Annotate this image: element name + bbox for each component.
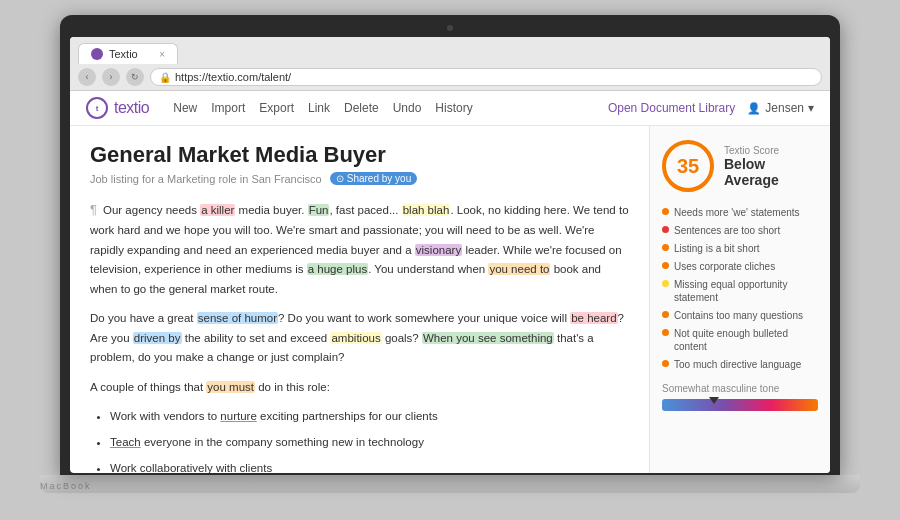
score-item-text-3: Listing is a bit short bbox=[674, 242, 760, 255]
app-header: t textio New Import Export Link Delete U… bbox=[70, 91, 830, 126]
bullet-item-2: Teach everyone in the company something … bbox=[110, 433, 629, 453]
highlight-fun: Fun bbox=[308, 204, 330, 216]
paragraph-3: A couple of things that you must do in t… bbox=[90, 378, 629, 398]
score-item-text-8: Too much directive language bbox=[674, 358, 801, 371]
highlight-killer: a killer bbox=[200, 204, 235, 216]
open-doc-library-button[interactable]: Open Document Library bbox=[608, 101, 735, 115]
user-name: Jensen bbox=[765, 101, 804, 115]
camera bbox=[447, 25, 453, 31]
tone-marker bbox=[709, 397, 719, 404]
tab-close-btn[interactable]: × bbox=[159, 49, 165, 60]
highlight-teach: Teach bbox=[110, 436, 141, 448]
nav-delete[interactable]: Delete bbox=[344, 101, 379, 115]
score-item-text-1: Needs more 'we' statements bbox=[674, 206, 800, 219]
nav-import[interactable]: Import bbox=[211, 101, 245, 115]
score-item-7: Not quite enough bulleted content bbox=[662, 327, 818, 353]
highlight-sense-of-humor: sense of humor bbox=[197, 312, 278, 324]
forward-button[interactable]: › bbox=[102, 68, 120, 86]
highlight-be-heard: be heard bbox=[570, 312, 617, 324]
score-item-8: Too much directive language bbox=[662, 358, 818, 371]
tone-bar bbox=[662, 399, 818, 411]
doc-title: General Market Media Buyer bbox=[90, 142, 629, 168]
score-item-text-2: Sentences are too short bbox=[674, 224, 780, 237]
score-item-5: Missing equal opportunity statement bbox=[662, 278, 818, 304]
score-item-3: Listing is a bit short bbox=[662, 242, 818, 255]
header-right: Open Document Library 👤 Jensen ▾ bbox=[608, 101, 814, 115]
highlight-visionary: visionary bbox=[415, 244, 462, 256]
lock-icon: 🔒 bbox=[159, 72, 171, 83]
app-body: General Market Media Buyer Job listing f… bbox=[70, 126, 830, 473]
highlight-you-need-to: you need to bbox=[488, 263, 550, 275]
para-mark-1: ¶ bbox=[90, 202, 97, 217]
shared-label: Shared by you bbox=[347, 173, 412, 184]
tone-section: Somewhat masculine tone bbox=[662, 383, 818, 411]
editor-content[interactable]: ¶Our agency needs a killer media buyer. … bbox=[90, 199, 629, 473]
user-menu[interactable]: 👤 Jensen ▾ bbox=[747, 101, 814, 115]
laptop-brand-label: MacBook bbox=[40, 481, 92, 491]
tab-title: Textio bbox=[109, 48, 138, 60]
paragraph-2: Do you have a great sense of humor? Do y… bbox=[90, 309, 629, 368]
score-item-6: Contains too many questions bbox=[662, 309, 818, 322]
highlight-driven-by: driven by bbox=[133, 332, 182, 344]
tone-label: Somewhat masculine tone bbox=[662, 383, 818, 394]
dot-icon-7 bbox=[662, 329, 669, 336]
nav-link[interactable]: Link bbox=[308, 101, 330, 115]
score-circle-container: 35 Textio Score Below Average bbox=[662, 140, 818, 192]
score-circle: 35 bbox=[662, 140, 714, 192]
screen-bezel: Textio × ‹ › ↻ 🔒 https://textio.com/tale… bbox=[60, 15, 840, 475]
bullet-list: Work with vendors to nurture exciting pa… bbox=[110, 407, 629, 473]
address-bar[interactable]: 🔒 https://textio.com/talent/ bbox=[150, 68, 822, 86]
dot-icon-5 bbox=[662, 280, 669, 287]
score-items-list: Needs more 'we' statements Sentences are… bbox=[662, 206, 818, 371]
bullet-item-3: Work collaboratively with clients bbox=[110, 459, 629, 473]
score-panel: 35 Textio Score Below Average Needs more… bbox=[650, 126, 830, 473]
dot-icon-2 bbox=[662, 226, 669, 233]
dot-icon-1 bbox=[662, 208, 669, 215]
shared-toggle-icon: ⊙ bbox=[336, 173, 344, 184]
highlight-you-must: you must bbox=[206, 381, 255, 393]
back-button[interactable]: ‹ bbox=[78, 68, 96, 86]
dot-icon-8 bbox=[662, 360, 669, 367]
logo-wordmark: textio bbox=[114, 99, 149, 117]
laptop-base: MacBook bbox=[40, 475, 860, 493]
score-info: Textio Score Below Average bbox=[724, 145, 818, 188]
highlight-blahblah: blah blah bbox=[402, 204, 451, 216]
user-icon: 👤 bbox=[747, 102, 761, 115]
paragraph-1: ¶Our agency needs a killer media buyer. … bbox=[90, 199, 629, 299]
highlight-nurture: nurture bbox=[220, 410, 256, 422]
laptop-screen: Textio × ‹ › ↻ 🔒 https://textio.com/tale… bbox=[70, 37, 830, 473]
dot-icon-6 bbox=[662, 311, 669, 318]
doc-meta-text: Job listing for a Marketing role in San … bbox=[90, 173, 322, 185]
score-item-1: Needs more 'we' statements bbox=[662, 206, 818, 219]
score-item-text-5: Missing equal opportunity statement bbox=[674, 278, 818, 304]
address-text: https://textio.com/talent/ bbox=[175, 71, 291, 83]
editor-panel[interactable]: General Market Media Buyer Job listing f… bbox=[70, 126, 650, 473]
score-item-2: Sentences are too short bbox=[662, 224, 818, 237]
highlight-ambitious: ambitious bbox=[330, 332, 381, 344]
logo-icon: t bbox=[86, 97, 108, 119]
browser-addressbar: ‹ › ↻ 🔒 https://textio.com/talent/ bbox=[70, 64, 830, 90]
score-label: Textio Score bbox=[724, 145, 818, 156]
bullet-item-1: Work with vendors to nurture exciting pa… bbox=[110, 407, 629, 427]
app-nav: New Import Export Link Delete Undo Histo… bbox=[173, 101, 472, 115]
nav-export[interactable]: Export bbox=[259, 101, 294, 115]
user-dropdown-icon: ▾ bbox=[808, 101, 814, 115]
dot-icon-4 bbox=[662, 262, 669, 269]
browser-tabs: Textio × bbox=[70, 37, 830, 64]
score-item-4: Uses corporate cliches bbox=[662, 260, 818, 273]
dot-icon-3 bbox=[662, 244, 669, 251]
browser-tab-textio[interactable]: Textio × bbox=[78, 43, 178, 64]
nav-undo[interactable]: Undo bbox=[393, 101, 422, 115]
nav-new[interactable]: New bbox=[173, 101, 197, 115]
score-value: 35 bbox=[677, 155, 699, 178]
browser-chrome: Textio × ‹ › ↻ 🔒 https://textio.com/tale… bbox=[70, 37, 830, 91]
doc-meta: Job listing for a Marketing role in San … bbox=[90, 172, 629, 185]
textio-logo: t textio bbox=[86, 97, 149, 119]
shared-badge: ⊙ Shared by you bbox=[330, 172, 418, 185]
score-item-text-6: Contains too many questions bbox=[674, 309, 803, 322]
score-rating: Below Average bbox=[724, 156, 818, 188]
highlight-when-you-see: When you see something bbox=[422, 332, 554, 344]
refresh-button[interactable]: ↻ bbox=[126, 68, 144, 86]
nav-history[interactable]: History bbox=[435, 101, 472, 115]
tab-favicon bbox=[91, 48, 103, 60]
